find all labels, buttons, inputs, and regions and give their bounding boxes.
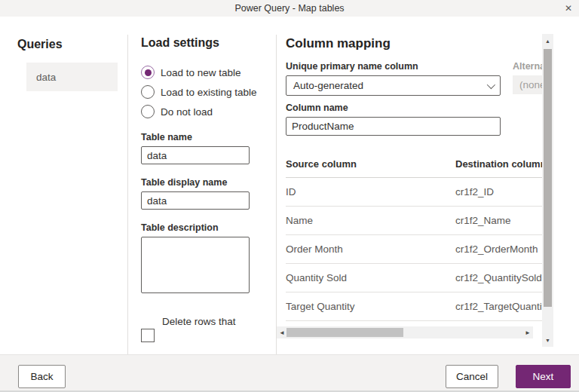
column-name-input[interactable]: [286, 117, 501, 136]
mapping-table-row: Namecr1f2_Name: [286, 207, 542, 235]
query-item-data[interactable]: data: [26, 63, 118, 91]
power-query-map-tables-dialog: Power Query - Map tables ✕ Queries data …: [0, 0, 579, 392]
destination-column-cell: cr1f2_OrderMonth: [455, 243, 538, 255]
radio-icon[interactable]: [141, 105, 155, 118]
scroll-up-icon[interactable]: ▲: [542, 35, 553, 46]
back-button[interactable]: Back: [18, 365, 66, 388]
radio-option-load-to-existing-table[interactable]: Load to existing table: [141, 82, 276, 102]
table-display-name-input[interactable]: [141, 191, 250, 210]
queries-panel: Queries data: [0, 17, 127, 354]
chevron-down-icon: [487, 80, 495, 88]
destination-column-cell: cr1f2_QuantitySold: [455, 272, 542, 283]
source-column-cell: Name: [286, 215, 313, 226]
column-name-label: Column name: [286, 103, 542, 113]
column-mapping-heading: Column mapping: [286, 36, 542, 51]
delete-rows-label: Delete rows that: [162, 316, 236, 327]
alternate-value-box: (none): [513, 75, 542, 94]
table-display-name-label: Table display name: [141, 177, 276, 188]
radio-option-label: Do not load: [161, 106, 213, 118]
radio-icon-selected[interactable]: [141, 66, 155, 79]
radio-option-label: Load to existing table: [161, 87, 257, 98]
table-description-label: Table description: [141, 222, 276, 233]
table-name-input[interactable]: [141, 146, 250, 164]
scroll-right-icon[interactable]: ►: [522, 326, 533, 338]
source-column-header: Source column: [286, 158, 357, 170]
primary-name-value: Auto-generated: [293, 80, 363, 91]
horizontal-scrollbar[interactable]: ◄ ►: [277, 326, 533, 338]
load-option-radio-group: Load to new tableLoad to existing tableD…: [141, 63, 276, 121]
radio-option-do-not-load[interactable]: Do not load: [141, 102, 276, 121]
delete-rows-checkbox[interactable]: [141, 329, 155, 342]
queries-heading: Queries: [17, 38, 127, 51]
alternate-value: (none): [519, 79, 542, 90]
table-name-field-group: Table name: [141, 132, 276, 164]
primary-name-field-group: Unique primary name column Auto-generate…: [286, 61, 501, 96]
mapping-table: Source column Destination column IDcr1f2…: [286, 152, 542, 329]
alternate-field-group: Alternate (none): [513, 61, 542, 96]
horizontal-scrollbar-thumb[interactable]: [286, 328, 403, 337]
mapping-table-row: Target Quantitycr1f2_TargetQuantity: [286, 292, 542, 321]
destination-column-cell: cr1f2_Name: [455, 215, 511, 226]
primary-name-dropdown[interactable]: Auto-generated: [286, 75, 501, 96]
close-icon[interactable]: ✕: [561, 0, 576, 16]
scroll-down-icon[interactable]: ▼: [542, 335, 553, 345]
dialog-title: Power Query - Map tables: [0, 0, 579, 17]
mapping-table-row: Order Monthcr1f2_OrderMonth: [286, 235, 542, 264]
queries-list: data: [0, 63, 127, 91]
mapping-table-row: Quantity Soldcr1f2_QuantitySold: [286, 264, 542, 292]
mapping-table-row: IDcr1f2_ID: [286, 178, 542, 207]
delete-rows-checkbox-row[interactable]: Delete rows that: [141, 314, 276, 328]
dialog-footer: Back Cancel Next: [0, 354, 579, 392]
next-button[interactable]: Next: [516, 365, 571, 388]
table-description-input[interactable]: [141, 237, 250, 293]
vertical-scrollbar-thumb[interactable]: [544, 49, 552, 307]
cancel-button[interactable]: Cancel: [446, 365, 498, 388]
scroll-left-icon[interactable]: ◄: [277, 326, 287, 338]
primary-name-field-row: Unique primary name column Auto-generate…: [286, 61, 542, 96]
source-column-cell: ID: [286, 186, 296, 198]
vertical-scrollbar[interactable]: ▲ ▼: [542, 34, 553, 347]
table-name-label: Table name: [141, 132, 276, 142]
column-mapping-panel: Column mapping Unique primary name colum…: [277, 17, 579, 354]
radio-option-label: Load to new table: [161, 67, 241, 78]
radio-option-load-to-new-table[interactable]: Load to new table: [141, 63, 276, 82]
alternate-label: Alternate: [513, 61, 542, 72]
mapping-table-header: Source column Destination column: [286, 152, 542, 178]
radio-icon[interactable]: [141, 85, 155, 99]
source-column-cell: Order Month: [286, 243, 343, 255]
table-description-field-group: Table description: [141, 222, 276, 293]
source-column-cell: Quantity Sold: [286, 272, 347, 283]
primary-name-label: Unique primary name column: [286, 61, 501, 72]
dialog-body: Queries data Load settings Load to new t…: [0, 17, 579, 354]
column-name-field-group: Column name: [286, 103, 542, 136]
column-mapping-content: Column mapping Unique primary name colum…: [286, 17, 542, 343]
destination-column-cell: cr1f2_ID: [455, 186, 494, 198]
destination-column-cell: cr1f2_TargetQuantity: [455, 301, 542, 312]
title-bar: Power Query - Map tables ✕: [0, 0, 579, 17]
table-display-name-field-group: Table display name: [141, 177, 276, 210]
source-column-cell: Target Quantity: [286, 301, 355, 312]
load-settings-heading: Load settings: [141, 36, 276, 50]
mapping-table-rows: IDcr1f2_IDNamecr1f2_NameOrder Monthcr1f2…: [286, 178, 542, 321]
query-item-label: data: [36, 72, 56, 83]
destination-column-header: Destination column: [455, 158, 542, 170]
load-settings-panel: Load settings Load to new tableLoad to e…: [128, 17, 276, 343]
